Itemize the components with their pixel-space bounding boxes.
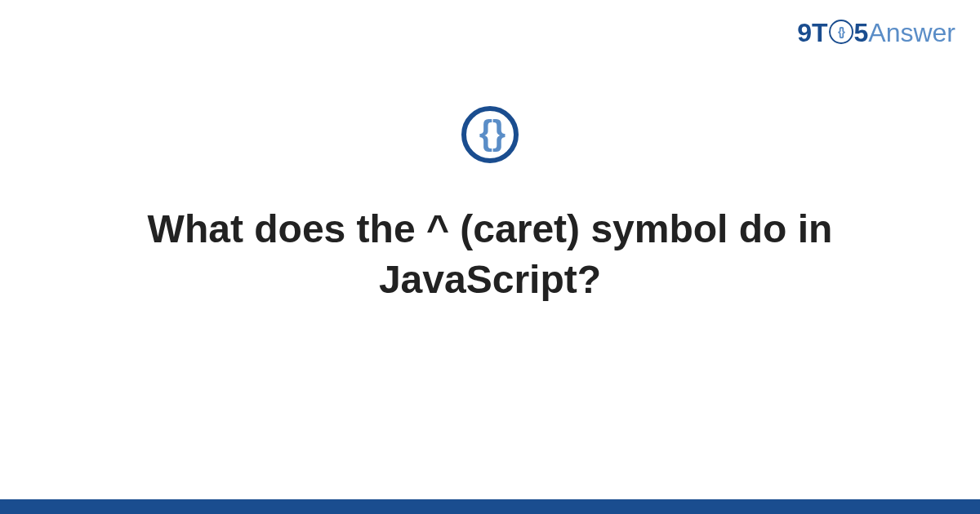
logo-text-answer: Answer: [868, 18, 956, 48]
logo-braces-icon: {}: [838, 25, 844, 38]
logo-text-9t: 9T: [797, 18, 827, 48]
page-title: What does the ^ (caret) symbol do in Jav…: [49, 204, 931, 306]
code-braces-icon: { }: [461, 106, 519, 163]
logo-circle-icon: {}: [829, 20, 853, 44]
footer-accent-bar: [0, 499, 980, 514]
braces-glyph: { }: [479, 116, 501, 150]
site-logo: 9T {} 5 Answer: [797, 18, 956, 48]
logo-text-5: 5: [854, 18, 869, 48]
